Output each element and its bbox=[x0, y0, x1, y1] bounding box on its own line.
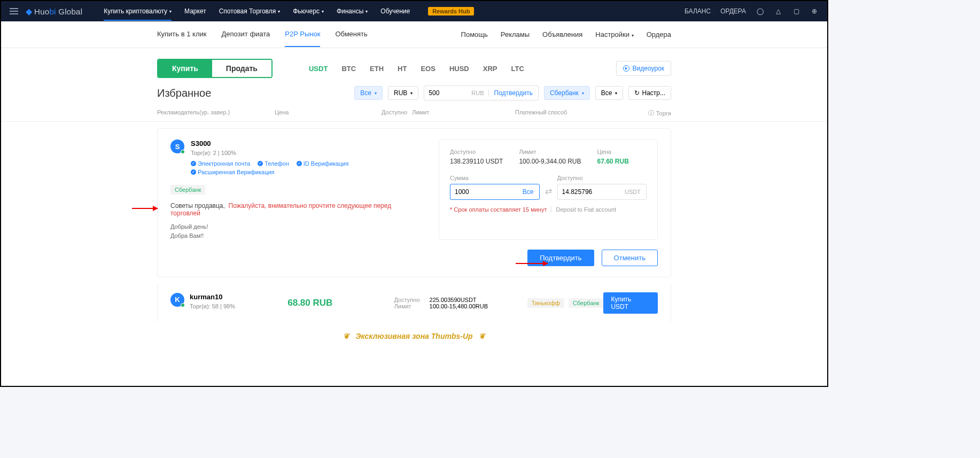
trade-box: Доступно138.239110 USDT Лимит100.00-9,34… bbox=[439, 139, 658, 240]
download-icon[interactable]: ▢ bbox=[792, 7, 800, 15]
subnav-oneclick[interactable]: Купить в 1 клик bbox=[157, 22, 206, 47]
check-icon: ✓ bbox=[191, 161, 196, 166]
offer-card-expanded: S S3000 Торг(и): 2 | 100% ✓Электронная п… bbox=[157, 128, 671, 277]
available-value: 138.239110 USDT bbox=[450, 158, 503, 165]
seller-advice: Советы продавца, Пожалуйста, внимательно… bbox=[170, 202, 423, 217]
check-icon: ✓ bbox=[297, 161, 302, 166]
seller-name[interactable]: kurman10 bbox=[190, 293, 235, 301]
receive-input[interactable] bbox=[558, 188, 620, 196]
subnav-orders2[interactable]: Ордера bbox=[647, 22, 671, 46]
chevron-down-icon: ▾ bbox=[365, 9, 368, 14]
annotation-arrow bbox=[516, 263, 548, 264]
menu-icon[interactable] bbox=[10, 8, 18, 14]
amount-confirm[interactable]: Подтвердить bbox=[488, 89, 538, 97]
sum-input[interactable] bbox=[450, 188, 517, 196]
chevron-down-icon: ▾ bbox=[375, 91, 377, 96]
available-label: Доступно bbox=[394, 297, 426, 303]
toolbar: Купить Продать USDT BTC ETH HT EOS HUSD … bbox=[1, 48, 827, 86]
chevron-down-icon: ▾ bbox=[615, 91, 617, 96]
subnav-help[interactable]: Помощь bbox=[461, 22, 488, 46]
bell-icon[interactable]: △ bbox=[774, 7, 782, 15]
chevron-down-icon: ▾ bbox=[582, 91, 584, 96]
subnav-exchange[interactable]: Обменять bbox=[335, 22, 367, 47]
table-header: Рекламодатель(ур. завер.) Цена Доступно … bbox=[1, 105, 827, 122]
nav-balance[interactable]: БАЛАНС bbox=[685, 7, 711, 15]
receive-unit: USDT bbox=[619, 189, 646, 195]
nav-futures[interactable]: Фьючерс▾ bbox=[293, 7, 324, 15]
online-dot bbox=[181, 303, 185, 307]
limit-label: Лимит bbox=[519, 149, 581, 155]
logo-text: Huobi Global bbox=[34, 7, 82, 16]
coin-eth[interactable]: ETH bbox=[370, 65, 384, 73]
filter-bank[interactable]: Сбербанк▾ bbox=[544, 86, 590, 100]
chevron-down-icon: ▾ bbox=[322, 9, 324, 14]
filter-all2[interactable]: Все▾ bbox=[595, 86, 624, 100]
subnav-ads[interactable]: Рекламы bbox=[501, 22, 530, 46]
coin-btc[interactable]: BTC bbox=[341, 65, 356, 73]
subnav-announce[interactable]: Объявления bbox=[542, 22, 582, 46]
amount-input[interactable] bbox=[424, 89, 467, 97]
chevron-down-icon: ▾ bbox=[632, 33, 634, 38]
seller-stats: Торг(и): 58 | 98% bbox=[190, 303, 235, 309]
nav-orders[interactable]: ОРДЕРА bbox=[720, 7, 746, 15]
nav-market[interactable]: Маркет bbox=[184, 7, 206, 15]
flame-icon: ◆ bbox=[26, 6, 32, 17]
page-title: Избранное bbox=[157, 87, 211, 99]
laurel-icon: ❦ bbox=[479, 332, 485, 340]
filter-amount: RUB Подтвердить bbox=[424, 86, 539, 100]
filter-fiat[interactable]: RUB▾ bbox=[388, 86, 418, 100]
limit-label: Лимит bbox=[394, 303, 426, 309]
filter-settings[interactable]: ↻Настр... bbox=[628, 86, 671, 100]
info-icon: ⓘ bbox=[648, 109, 654, 117]
offer-row: K kurman10 Торг(и): 58 | 98% 68.80 RUB Д… bbox=[157, 284, 671, 322]
payment-tag: Сбербанк bbox=[569, 298, 603, 308]
nav-buy-crypto[interactable]: Купить криптовалюту▾ bbox=[104, 7, 172, 21]
rewards-hub-button[interactable]: Rewards Hub bbox=[428, 7, 474, 15]
badge-phone: ✓Телефон bbox=[258, 160, 289, 167]
avatar[interactable]: K bbox=[170, 293, 184, 307]
online-dot bbox=[181, 150, 185, 154]
coin-ltc[interactable]: LTC bbox=[511, 65, 524, 73]
badge-email: ✓Электронная почта bbox=[191, 160, 250, 167]
chevron-down-icon: ▾ bbox=[278, 9, 280, 14]
subnav-deposit[interactable]: Депозит фиата bbox=[221, 22, 270, 47]
subnav-settings[interactable]: Настройки ▾ bbox=[595, 22, 633, 46]
avatar[interactable]: S bbox=[170, 139, 184, 153]
th-payment: Платежный способ bbox=[515, 109, 648, 117]
coin-ht[interactable]: HT bbox=[398, 65, 407, 73]
filter-row: Избранное Все▾ RUB▾ RUB Подтвердить Сбер… bbox=[1, 86, 827, 100]
logo[interactable]: ◆ Huobi Global bbox=[26, 6, 82, 17]
filter-all[interactable]: Все▾ bbox=[354, 86, 383, 100]
limit-value: 100.00-15,480.00RUB bbox=[430, 303, 488, 309]
buy-button[interactable]: Купить bbox=[158, 60, 212, 77]
all-button[interactable]: Все bbox=[517, 188, 539, 196]
user-icon[interactable]: ◯ bbox=[756, 7, 764, 15]
nav-learn[interactable]: Обучение bbox=[380, 7, 410, 15]
nav-spot[interactable]: Спотовая Торговля▾ bbox=[219, 7, 280, 15]
listing-price: 68.80 RUB bbox=[287, 298, 394, 308]
buy-usdt-button[interactable]: Купить USDT bbox=[603, 292, 658, 314]
video-tutorial-link[interactable]: Видеоурок bbox=[616, 61, 671, 76]
th-price: Цена bbox=[275, 109, 382, 117]
seller-stats: Торг(и): 2 | 100% bbox=[191, 150, 423, 156]
deposit-fiat-link[interactable]: Deposit to Fiat account bbox=[551, 206, 616, 213]
globe-icon[interactable]: ⊕ bbox=[810, 7, 819, 15]
seller-name[interactable]: S3000 bbox=[191, 139, 423, 148]
nav-finance[interactable]: Финансы▾ bbox=[337, 7, 368, 15]
sum-input-wrap: Все bbox=[450, 184, 540, 200]
payment-tag: Тинькофф bbox=[527, 298, 564, 308]
available-label: Доступно bbox=[450, 149, 503, 155]
cancel-button[interactable]: Отменить bbox=[602, 250, 658, 266]
limit-value: 100.00-9,344.00 RUB bbox=[519, 158, 581, 165]
sell-button[interactable]: Продать bbox=[212, 60, 271, 77]
check-icon: ✓ bbox=[258, 161, 263, 166]
coin-eos[interactable]: EOS bbox=[421, 65, 435, 73]
subnav-p2p[interactable]: P2P Рынок bbox=[285, 22, 320, 47]
coin-husd[interactable]: HUSD bbox=[449, 65, 469, 73]
coin-xrp[interactable]: XRP bbox=[483, 65, 497, 73]
seller-greeting: Добрый день! Добра Вам!! bbox=[170, 222, 423, 240]
coin-usdt[interactable]: USDT bbox=[309, 65, 328, 73]
thumbs-up-banner: ❦ Эксклюзивная зона Thumbs-Up ❦ bbox=[157, 328, 671, 345]
payment-deadline: * Срок оплаты составляет 15 минут bbox=[450, 206, 547, 213]
check-icon: ✓ bbox=[191, 169, 196, 175]
